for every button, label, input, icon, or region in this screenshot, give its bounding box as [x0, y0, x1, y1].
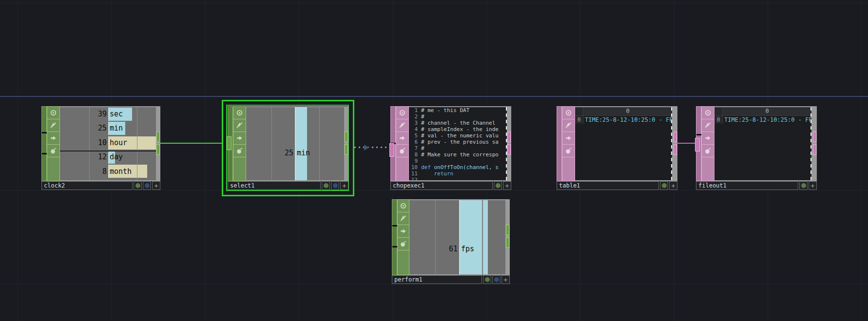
green-dot-icon: [801, 183, 806, 188]
row-index-header: [575, 107, 583, 115]
network-canvas[interactable]: 39 sec 25 min 10 hour 12 day 8 month clo: [0, 0, 868, 321]
export-flag-button[interactable]: [233, 132, 246, 145]
bypass-flag-button[interactable]: [562, 145, 575, 157]
pulse-flag-button[interactable]: [233, 119, 246, 132]
flag-column: [397, 199, 409, 275]
namebar-table1: table1 +: [557, 181, 677, 190]
viewer-flag-button[interactable]: [233, 107, 246, 119]
node-add-button[interactable]: +: [502, 275, 510, 284]
node-color-green-button[interactable]: [494, 181, 502, 190]
viewer-flag-button[interactable]: [562, 107, 575, 119]
node-perform1[interactable]: 61 fps: [392, 199, 510, 275]
code-line: 8# Make sure the correspo: [409, 151, 507, 158]
code-line: 10def onOffToOn(channel, s: [409, 164, 507, 170]
pulse-flag-button[interactable]: [396, 119, 408, 132]
node-color-green-button[interactable]: [322, 181, 330, 190]
node-chopexec1[interactable]: 1# me - this DAT 2# 3# channel - the Cha…: [390, 106, 511, 181]
dat-viewer-fileout1[interactable]: 0 0 TIME:25-8-12-10:25:0 - FPS: [714, 107, 811, 180]
bypass-flag-button[interactable]: [233, 145, 246, 157]
node-add-button[interactable]: +: [152, 181, 160, 190]
viewer-flag-button[interactable]: [702, 107, 714, 119]
output-connector[interactable]: [507, 132, 511, 142]
bypass-flag-button[interactable]: [398, 238, 409, 250]
node-name-table1[interactable]: table1: [557, 181, 659, 190]
output-connector[interactable]: [156, 132, 160, 142]
viewer-flag-button[interactable]: [398, 200, 409, 212]
pulse-flag-button[interactable]: [702, 119, 714, 132]
node-add-button[interactable]: +: [503, 181, 511, 190]
output-connector[interactable]: [345, 144, 348, 155]
node-fileout1[interactable]: 0 0 TIME:25-8-12-10:25:0 - FPS: [696, 106, 817, 181]
text-width-guide: [810, 107, 811, 180]
output-connector[interactable]: [507, 144, 511, 155]
node-select1[interactable]: 25 min: [228, 106, 348, 181]
node-add-button[interactable]: +: [809, 181, 817, 190]
dat-viewer-table1[interactable]: 0 0 TIME:25-8-12-10:25:0 - FPS: [575, 107, 672, 180]
dat-viewer-chopexec1[interactable]: 1# me - this DAT 2# 3# channel - the Cha…: [409, 107, 507, 180]
node-edge-strip: [557, 106, 562, 181]
node-add-button[interactable]: +: [340, 181, 348, 190]
row-index: 0: [575, 116, 583, 124]
pulse-flag-button[interactable]: [398, 212, 409, 225]
output-connector[interactable]: [674, 144, 677, 155]
wire-table1-fileout1[interactable]: [677, 143, 696, 144]
node-color-green-button[interactable]: [483, 275, 491, 284]
node-name-chopexec1[interactable]: chopexec1: [390, 181, 493, 190]
node-name-fileout1[interactable]: fileout1: [696, 181, 798, 190]
node-color-green-button[interactable]: [134, 181, 142, 190]
grid-line: [0, 2, 868, 3]
input-connector[interactable]: [695, 138, 700, 151]
viewer-gridline: [482, 200, 482, 274]
input-connector[interactable]: [389, 143, 394, 157]
code-line: 6# prev - the previous sa: [409, 139, 507, 145]
chop-viewer-select1[interactable]: 25 min: [246, 107, 344, 180]
viewer-flag-button[interactable]: [396, 107, 408, 119]
node-color-blue-button[interactable]: [492, 275, 501, 284]
bypass-flag-button[interactable]: [702, 145, 714, 157]
channel-bar-fps: [459, 200, 482, 274]
table-cell: TIME:25-8-12-10:25:0 - FPS: [583, 116, 672, 124]
export-flag-button[interactable]: [396, 132, 408, 145]
node-color-green-button[interactable]: [799, 181, 808, 190]
node-edge-strip: [41, 106, 47, 181]
node-color-green-button[interactable]: [660, 181, 668, 190]
chop-viewer-clock2[interactable]: 39 sec 25 min 10 hour 12 day 8 month: [60, 107, 156, 180]
blue-dot-icon: [145, 183, 150, 188]
export-flag-button[interactable]: [398, 225, 409, 238]
channel-row: 25 min: [246, 146, 344, 160]
viewer-gridline: [435, 200, 436, 274]
output-connector[interactable]: [156, 144, 160, 155]
node-name-perform1[interactable]: perform1: [392, 275, 482, 284]
chop-viewer-perform1[interactable]: 61 fps: [409, 200, 505, 274]
channel-value: 39: [60, 107, 107, 121]
node-color-blue-button[interactable]: [331, 181, 339, 190]
node-name-clock2[interactable]: clock2: [41, 181, 133, 190]
output-connector[interactable]: [813, 144, 816, 155]
pulse-flag-button[interactable]: [47, 119, 59, 132]
viewer-gridline: [271, 107, 272, 180]
output-connector[interactable]: [674, 132, 677, 142]
output-connector[interactable]: [506, 237, 509, 248]
export-flag-button[interactable]: [47, 132, 59, 145]
plus-icon: +: [343, 182, 347, 189]
node-table1[interactable]: 0 0 TIME:25-8-12-10:25:0 - FPS: [557, 106, 677, 181]
export-flag-button[interactable]: [562, 132, 575, 145]
table-header-row: 0: [714, 107, 811, 116]
node-color-blue-button[interactable]: [143, 181, 151, 190]
output-connector[interactable]: [506, 225, 509, 235]
node-add-button[interactable]: +: [669, 181, 677, 190]
export-flag-button[interactable]: [702, 132, 714, 145]
bypass-flag-button[interactable]: [47, 145, 59, 157]
output-connector[interactable]: [813, 132, 816, 142]
code-line: 5# val - the numeric valu: [409, 132, 507, 139]
wire-clock2-select1[interactable]: [160, 143, 222, 144]
bypass-flag-button[interactable]: [396, 145, 408, 157]
flag-column: [562, 106, 575, 181]
output-connector[interactable]: [345, 132, 348, 142]
pulse-flag-button[interactable]: [562, 119, 575, 132]
viewer-flag-button[interactable]: [47, 107, 59, 119]
input-connector[interactable]: [227, 136, 231, 150]
wire-select1-chopexec1[interactable]: [354, 147, 390, 148]
node-clock2[interactable]: 39 sec 25 min 10 hour 12 day 8 month: [41, 106, 160, 181]
node-name-select1[interactable]: select1: [228, 181, 321, 190]
